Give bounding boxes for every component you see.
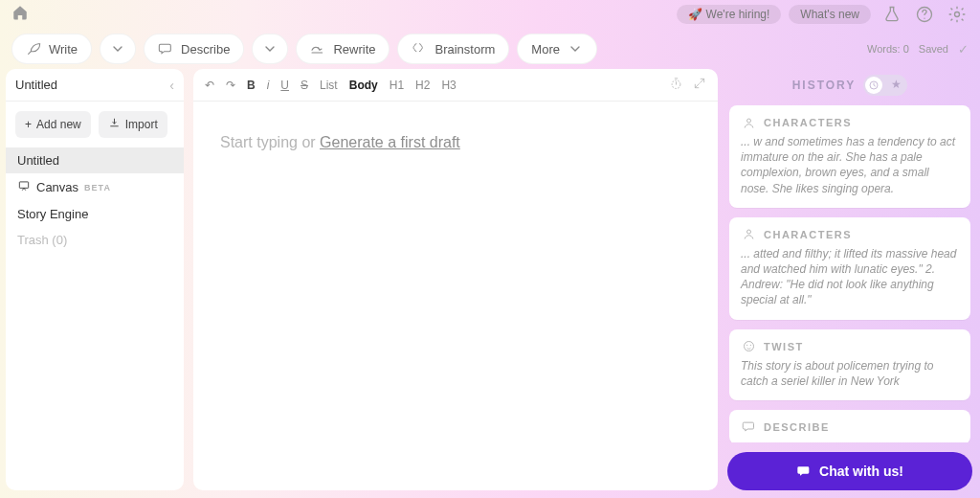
rewrite-label: Rewrite xyxy=(333,42,375,57)
more-button[interactable]: More xyxy=(517,34,597,64)
write-dropdown[interactable] xyxy=(100,34,136,64)
chat-bubble-icon xyxy=(796,464,812,479)
timer-icon[interactable] xyxy=(669,77,683,94)
card-body: ... atted and filthy; it lifted its mass… xyxy=(741,246,959,308)
card-kind: DESCRIBE xyxy=(764,421,830,433)
saved-status: Saved xyxy=(919,43,948,55)
undo-button[interactable]: ↶ xyxy=(205,79,214,92)
card-kind: CHARACTERS xyxy=(764,117,852,128)
chevron-down-icon xyxy=(262,41,278,57)
import-label: Import xyxy=(125,118,158,131)
chevron-down-icon xyxy=(110,41,125,57)
history-panel: HISTORY ★ CHARACTERS ... w and sometimes… xyxy=(727,69,972,490)
h1-button[interactable]: H1 xyxy=(390,79,404,92)
settings-icon[interactable] xyxy=(946,3,969,26)
redo-button[interactable]: ↷ xyxy=(226,79,235,92)
beta-badge: BETA xyxy=(84,183,111,192)
card-body: This story is about policemen trying to … xyxy=(741,358,959,389)
hiring-pill[interactable]: 🚀 We're hiring! xyxy=(677,5,781,24)
history-card[interactable]: DESCRIBE xyxy=(729,410,970,442)
sidebar-item-label: Story Engine xyxy=(17,207,88,221)
sidebar-item-label: Canvas xyxy=(36,180,78,194)
history-card[interactable]: CHARACTERS ... atted and filthy; it lift… xyxy=(729,217,970,320)
brainstorm-button[interactable]: Brainstorm xyxy=(397,34,509,64)
more-label: More xyxy=(531,42,560,57)
feather-icon xyxy=(26,41,41,57)
editor-placeholder: Start typing or Generate a first draft xyxy=(220,134,460,150)
history-filter-toggle[interactable]: ★ xyxy=(863,75,907,96)
describe-button[interactable]: Describe xyxy=(144,34,244,64)
add-new-button[interactable]: + Add new xyxy=(15,111,91,138)
left-sidebar: Untitled ‹ + Add new Import Untitled Can… xyxy=(6,69,184,490)
plus-icon: + xyxy=(25,118,32,131)
person-icon xyxy=(741,115,756,130)
import-button[interactable]: Import xyxy=(99,111,167,138)
sidebar-item-label: Trash (0) xyxy=(17,233,67,247)
help-icon[interactable] xyxy=(913,3,936,26)
describe-dropdown[interactable] xyxy=(252,34,288,64)
underline-button[interactable]: U xyxy=(280,79,289,92)
write-button[interactable]: Write xyxy=(11,34,92,64)
history-title: HISTORY xyxy=(792,79,857,92)
clock-icon xyxy=(865,77,882,94)
chat-label: Chat with us! xyxy=(819,464,903,479)
star-icon: ★ xyxy=(891,78,902,91)
editor-panel: ↶ ↷ B i U S List Body H1 H2 H3 Start typ… xyxy=(193,69,718,490)
home-icon[interactable] xyxy=(11,4,29,26)
chat-icon xyxy=(158,41,173,57)
sidebar-item-label: Untitled xyxy=(17,153,59,168)
describe-label: Describe xyxy=(181,42,230,57)
chat-with-us-button[interactable]: Chat with us! xyxy=(727,452,972,490)
generate-draft-link[interactable]: Generate a first draft xyxy=(320,134,460,150)
card-kind: TWIST xyxy=(764,341,804,352)
sidebar-item-untitled[interactable]: Untitled xyxy=(6,147,184,173)
sidebar-item-canvas[interactable]: Canvas BETA xyxy=(6,173,184,201)
italic-button[interactable]: i xyxy=(267,79,270,92)
labs-icon[interactable] xyxy=(880,3,903,26)
chevron-down-icon xyxy=(568,41,583,57)
write-label: Write xyxy=(49,42,78,57)
canvas-icon xyxy=(17,179,31,195)
collapse-sidebar-icon[interactable]: ‹ xyxy=(169,78,174,93)
h3-button[interactable]: H3 xyxy=(441,79,456,92)
word-count: Words: 0 xyxy=(867,43,909,55)
sidebar-item-trash[interactable]: Trash (0) xyxy=(6,227,184,253)
strike-button[interactable]: S xyxy=(301,79,308,92)
list-button[interactable]: List xyxy=(320,79,338,92)
download-icon xyxy=(108,117,121,132)
add-new-label: Add new xyxy=(36,118,81,131)
doc-title[interactable]: Untitled xyxy=(15,78,57,92)
whats-new-pill[interactable]: What's new xyxy=(789,5,871,24)
expand-icon[interactable] xyxy=(693,77,706,94)
saved-check-icon: ✓ xyxy=(958,42,969,57)
card-kind: CHARACTERS xyxy=(764,229,852,240)
rewrite-button[interactable]: Rewrite xyxy=(296,34,390,64)
h2-button[interactable]: H2 xyxy=(415,79,430,92)
editor-body[interactable]: Start typing or Generate a first draft xyxy=(193,102,718,490)
history-card[interactable]: TWIST This story is about policemen tryi… xyxy=(729,329,970,400)
body-style-button[interactable]: Body xyxy=(349,79,378,92)
face-icon xyxy=(741,339,756,354)
person-icon xyxy=(741,227,756,242)
brain-icon xyxy=(412,41,427,57)
brainstorm-label: Brainstorm xyxy=(434,42,495,57)
history-card[interactable]: CHARACTERS ... w and sometimes has a ten… xyxy=(729,105,970,208)
bold-button[interactable]: B xyxy=(247,79,256,92)
sidebar-item-story-engine[interactable]: Story Engine xyxy=(6,201,184,227)
card-body: ... w and sometimes has a tendency to ac… xyxy=(741,134,959,196)
chat-icon xyxy=(741,419,756,435)
rewrite-icon xyxy=(310,41,325,57)
